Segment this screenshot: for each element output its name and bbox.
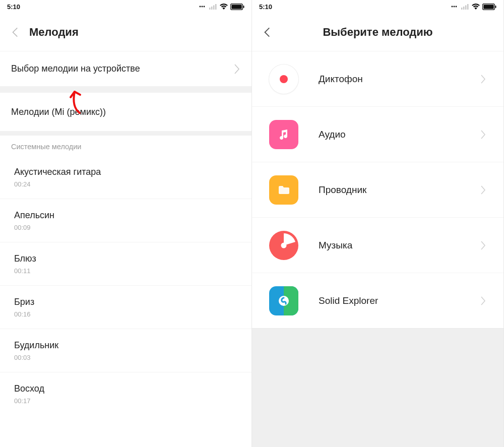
svg-rect-9 (243, 6, 244, 8)
header: Выберите мелодию (252, 13, 503, 51)
svg-rect-14 (463, 7, 465, 10)
divider (0, 87, 251, 93)
ringtone-name: Будильник (14, 340, 237, 351)
svg-point-0 (200, 6, 201, 8)
ringtone-row[interactable]: Бриз 00:16 (0, 286, 251, 329)
svg-point-11 (454, 6, 455, 8)
chevron-right-icon (233, 63, 240, 75)
source-row-audio[interactable]: Аудио (252, 107, 503, 162)
svg-rect-15 (465, 6, 467, 10)
svg-rect-5 (213, 6, 215, 10)
wifi-icon (219, 4, 228, 10)
source-label: Проводник (319, 184, 366, 196)
ringtone-duration: 00:09 (14, 224, 237, 231)
ringtone-row[interactable]: Апельсин 00:09 (0, 199, 251, 242)
empty-space (252, 329, 503, 447)
status-icons (451, 4, 496, 10)
ringtone-row[interactable]: Восход 00:17 (0, 372, 251, 416)
svg-point-21 (281, 242, 287, 248)
wifi-icon (471, 4, 480, 10)
ringtone-name: Бриз (14, 297, 237, 307)
svg-point-2 (204, 6, 205, 8)
chevron-right-icon (480, 130, 486, 140)
ringtone-name: Апельсин (14, 210, 237, 221)
source-row-recorder[interactable]: Диктофон (252, 51, 503, 107)
more-icon (199, 4, 207, 9)
mi-remix-label: Мелодии (Mi (ремикс)) (11, 107, 106, 117)
page-title: Выберите мелодию (252, 26, 503, 39)
select-on-device-label: Выбор мелодии на устройстве (11, 63, 140, 74)
source-label: Музыка (319, 240, 352, 251)
signal-icon (461, 4, 469, 10)
svg-rect-19 (495, 6, 496, 8)
left-screen: 5:10 Мелодия Выбор мелодии на устройстве… (0, 0, 252, 447)
status-time: 5:10 (259, 3, 272, 11)
folder-icon (269, 175, 298, 205)
svg-rect-4 (211, 7, 213, 10)
back-icon[interactable] (261, 26, 274, 39)
ringtone-row[interactable]: Акустическая гитара 00:24 (0, 156, 251, 199)
source-label: Аудио (319, 129, 346, 140)
svg-rect-13 (461, 8, 463, 10)
svg-point-20 (280, 75, 288, 83)
chevron-right-icon (480, 74, 486, 84)
mi-remix-row[interactable]: Мелодии (Mi (ремикс)) (0, 93, 251, 131)
ringtone-duration: 00:17 (14, 397, 237, 405)
music-icon (269, 231, 298, 260)
chevron-right-icon (480, 240, 486, 250)
status-bar: 5:10 (0, 0, 251, 13)
source-row-music[interactable]: Музыка (252, 218, 503, 273)
chevron-right-icon (480, 296, 486, 306)
page-title: Мелодия (29, 26, 79, 39)
ringtone-duration: 00:03 (14, 354, 237, 361)
section-header-system: Системные мелодии (0, 135, 251, 156)
ringtone-duration: 00:11 (14, 267, 237, 275)
ringtone-name: Акустическая гитара (14, 167, 237, 177)
svg-point-1 (202, 6, 203, 8)
ringtone-row[interactable]: Будильник 00:03 (0, 329, 251, 372)
select-on-device-row[interactable]: Выбор мелодии на устройстве (0, 51, 251, 87)
more-icon (451, 4, 459, 9)
solid-explorer-icon (269, 286, 298, 315)
svg-point-12 (456, 6, 457, 8)
status-bar: 5:10 (252, 0, 503, 13)
svg-rect-8 (231, 5, 241, 9)
ringtone-duration: 00:16 (14, 310, 237, 318)
svg-rect-3 (209, 8, 211, 10)
source-row-solid-explorer[interactable]: Solid Explorer (252, 273, 503, 329)
ringtone-list: Акустическая гитара 00:24 Апельсин 00:09… (0, 156, 251, 447)
ringtone-duration: 00:24 (14, 180, 237, 188)
ringtone-name: Восход (14, 384, 237, 394)
back-icon[interactable] (9, 26, 22, 39)
ringtone-row[interactable]: Блюз 00:11 (0, 242, 251, 286)
status-time: 5:10 (7, 3, 20, 11)
source-row-explorer[interactable]: Проводник (252, 162, 503, 218)
svg-rect-18 (483, 5, 493, 9)
chevron-right-icon (480, 185, 486, 195)
header: Мелодия (0, 13, 251, 51)
status-icons (199, 4, 244, 10)
source-label: Solid Explorer (319, 295, 378, 306)
svg-rect-16 (467, 4, 469, 10)
battery-icon (230, 4, 244, 10)
recorder-icon (269, 65, 298, 94)
signal-icon (209, 4, 217, 10)
right-screen: 5:10 Выберите мелодию Диктофон Аудио Про… (252, 0, 504, 447)
audio-icon (269, 120, 298, 149)
divider (0, 131, 251, 135)
battery-icon (482, 4, 496, 10)
ringtone-name: Блюз (14, 253, 237, 264)
svg-point-10 (452, 6, 453, 8)
svg-rect-6 (215, 4, 217, 10)
source-label: Диктофон (319, 74, 363, 85)
